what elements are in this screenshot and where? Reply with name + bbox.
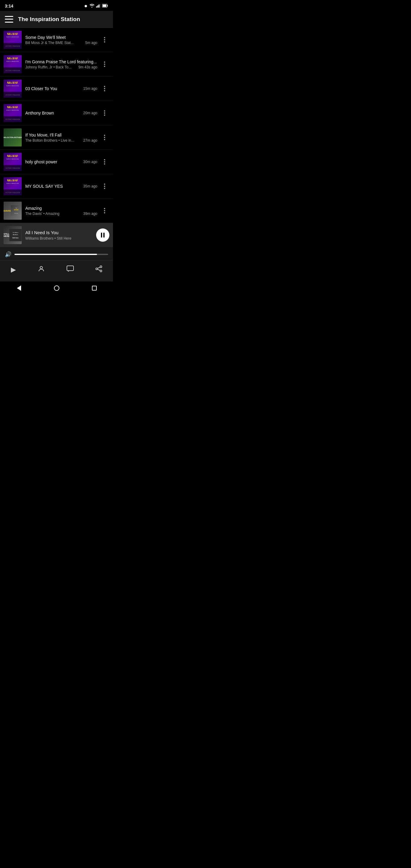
menu-button[interactable] bbox=[5, 16, 13, 23]
svg-text:The: The bbox=[15, 208, 17, 209]
svg-rect-21 bbox=[4, 104, 22, 122]
contacts-nav-icon bbox=[38, 265, 45, 274]
pause-button[interactable] bbox=[96, 228, 109, 242]
svg-text:Brothers: Brothers bbox=[13, 234, 19, 236]
more-menu-button[interactable] bbox=[100, 181, 109, 191]
svg-rect-50 bbox=[67, 266, 73, 271]
volume-row: 🔊 bbox=[5, 251, 108, 258]
song-time: 20m ago bbox=[83, 111, 97, 115]
svg-text:VICTORY FREEDOM: VICTORY FREEDOM bbox=[5, 45, 20, 47]
more-menu-button[interactable] bbox=[100, 133, 109, 142]
volume-icon: 🔊 bbox=[5, 251, 11, 258]
list-item[interactable]: The DAVIS' Amazing AmazingThe Davis' • A… bbox=[0, 198, 113, 223]
song-info: I'm Gonna Praise The Lord featuring...Jo… bbox=[25, 59, 97, 69]
back-button[interactable] bbox=[13, 283, 24, 293]
signal-icon bbox=[96, 4, 100, 8]
svg-text:BLACK EVANGELICAL: BLACK EVANGELICAL bbox=[6, 158, 19, 160]
svg-text:BELIEVE: BELIEVE bbox=[8, 156, 18, 157]
player-controls: 🔊 bbox=[0, 247, 113, 260]
list-item[interactable]: THE BOLTON BROTHERS Live in Nashville If… bbox=[0, 125, 113, 150]
svg-text:BLACK EVANGELICAL: BLACK EVANGELICAL bbox=[6, 61, 19, 62]
song-artist: The Bolton Brothers • Live in... bbox=[25, 138, 81, 143]
list-item[interactable]: BELIEVE BLACK EVANGELICAL VICTORY FREEDO… bbox=[0, 28, 113, 52]
song-time: 35m ago bbox=[83, 184, 97, 188]
song-detail-line: The Bolton Brothers • Live in...27m ago bbox=[25, 138, 97, 143]
song-detail-line: Bill Moss Jr & The BME Stat...5m ago bbox=[25, 41, 97, 45]
svg-text:BLACK EVANGELICAL: BLACK EVANGELICAL bbox=[6, 110, 19, 111]
song-info: MY SOUL SAY YES35m ago bbox=[25, 184, 97, 189]
nav-share[interactable] bbox=[91, 264, 107, 276]
more-menu-button[interactable] bbox=[100, 157, 109, 167]
svg-text:VICTORY FREEDOM: VICTORY FREEDOM bbox=[5, 119, 20, 120]
svg-point-51 bbox=[100, 266, 102, 268]
song-info: 03 Closer To You15m ago bbox=[25, 86, 97, 91]
more-menu-button[interactable] bbox=[100, 206, 109, 216]
song-artist: The Davis' • Amazing bbox=[25, 212, 81, 216]
more-menu-button[interactable] bbox=[100, 59, 109, 69]
nav-play[interactable]: ▶ bbox=[6, 265, 21, 275]
recents-icon bbox=[92, 286, 97, 290]
svg-point-52 bbox=[96, 268, 98, 270]
svg-point-49 bbox=[40, 267, 42, 269]
song-time: 30m ago bbox=[83, 160, 97, 164]
song-artist: Johnny Ruffin, Jr • Back To... bbox=[25, 65, 76, 69]
svg-text:BELIEVE: BELIEVE bbox=[8, 82, 18, 84]
more-menu-button[interactable] bbox=[100, 35, 109, 44]
svg-text:BLACK EVANGELICAL: BLACK EVANGELICAL bbox=[6, 36, 19, 38]
song-title: 03 Closer To You bbox=[25, 86, 57, 91]
svg-rect-16 bbox=[4, 80, 22, 98]
list-item[interactable]: BELIEVE BLACK EVANGELICAL VICTORY FREEDO… bbox=[0, 76, 113, 101]
share-nav-icon bbox=[96, 265, 102, 274]
svg-point-53 bbox=[100, 270, 102, 272]
song-artist: Williams Brothers • Still Here bbox=[25, 236, 96, 241]
svg-text:BLACK EVANGELICAL: BLACK EVANGELICAL bbox=[6, 183, 19, 184]
song-title: Anthony Brown bbox=[25, 111, 54, 116]
status-bar: 3:14 ⏺ bbox=[0, 0, 113, 11]
nav-message[interactable] bbox=[62, 264, 78, 275]
svg-text:VICTORY FREEDOM: VICTORY FREEDOM bbox=[5, 70, 20, 71]
list-item[interactable]: The Williams Brothers Still Here All I N… bbox=[0, 223, 113, 247]
bottom-nav: ▶ bbox=[0, 260, 113, 281]
song-artist: Bill Moss Jr & The BME Stat... bbox=[25, 41, 83, 45]
status-icons: ⏺ bbox=[84, 4, 108, 8]
list-item[interactable]: BELIEVE BLACK EVANGELICAL VICTORY FREEDO… bbox=[0, 101, 113, 125]
list-item[interactable]: BELIEVE BLACK EVANGELICAL VICTORY FREEDO… bbox=[0, 174, 113, 198]
svg-rect-9 bbox=[4, 43, 22, 49]
status-time: 3:14 bbox=[5, 4, 13, 8]
list-item[interactable]: BELIEVE BLACK EVANGELICAL VICTORY FREEDO… bbox=[0, 150, 113, 174]
svg-rect-34 bbox=[4, 165, 22, 171]
svg-rect-31 bbox=[4, 153, 22, 171]
svg-text:VICTORY FREEDOM: VICTORY FREEDOM bbox=[5, 94, 20, 96]
svg-rect-1 bbox=[97, 5, 98, 7]
song-title: Some Day We'll Meet bbox=[25, 35, 97, 40]
svg-rect-6 bbox=[4, 31, 22, 49]
song-time: 5m ago bbox=[85, 41, 97, 45]
song-time: 27m ago bbox=[83, 138, 97, 143]
svg-text:Still Here: Still Here bbox=[12, 237, 19, 239]
svg-text:DAVIS': DAVIS' bbox=[14, 209, 19, 211]
back-icon bbox=[17, 285, 21, 291]
song-time: 39m ago bbox=[83, 212, 97, 216]
svg-rect-3 bbox=[100, 4, 100, 7]
more-menu-button[interactable] bbox=[100, 84, 109, 93]
svg-rect-41 bbox=[11, 205, 22, 216]
list-item[interactable]: BELIEVE BLACK EVANGELICAL VICTORY FREEDO… bbox=[0, 52, 113, 76]
song-title: Amazing bbox=[25, 206, 97, 211]
home-icon bbox=[54, 285, 59, 291]
play-nav-icon: ▶ bbox=[11, 266, 16, 274]
home-button[interactable] bbox=[51, 283, 62, 293]
svg-text:BELIEVE: BELIEVE bbox=[8, 107, 18, 108]
svg-text:BLACK EVANGELICAL: BLACK EVANGELICAL bbox=[6, 85, 19, 87]
song-info: AmazingThe Davis' • Amazing39m ago bbox=[25, 206, 97, 216]
svg-text:The Williams: The Williams bbox=[13, 232, 19, 233]
svg-text:VICTORY FREEDOM: VICTORY FREEDOM bbox=[5, 192, 20, 193]
recents-button[interactable] bbox=[89, 283, 100, 293]
nav-contacts[interactable] bbox=[33, 264, 50, 276]
progress-bar[interactable] bbox=[14, 254, 108, 255]
svg-rect-11 bbox=[4, 55, 22, 73]
page-title: The Inspiration Station bbox=[18, 16, 80, 23]
header: The Inspiration Station bbox=[0, 11, 113, 28]
svg-rect-2 bbox=[98, 4, 99, 7]
system-nav bbox=[0, 281, 113, 295]
more-menu-button[interactable] bbox=[100, 108, 109, 118]
